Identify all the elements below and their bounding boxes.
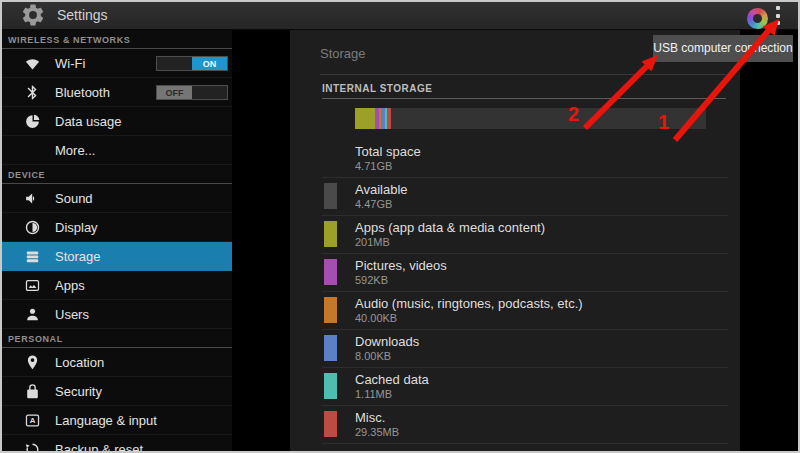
app-bar: Settings [0, 0, 800, 30]
android-settings-screen: Settings WIRELESS & NETWORKS Wi-Fi ON Bl… [0, 0, 800, 453]
sidebar-item-label: Location [55, 355, 104, 370]
panel-title: Storage [320, 46, 366, 61]
bar-segment-misc [387, 108, 391, 129]
sidebar-item-more[interactable]: More... [0, 136, 232, 165]
sidebar-item-sound[interactable]: Sound [0, 184, 232, 213]
bluetooth-icon [24, 84, 41, 101]
toggle-track [192, 86, 227, 99]
sidebar-item-label: Wi-Fi [55, 56, 85, 71]
sidebar-item-users[interactable]: Users [0, 300, 232, 329]
sidebar-item-location[interactable]: Location [0, 348, 232, 377]
swatch [324, 259, 337, 285]
row-value: 40.00KB [355, 312, 728, 324]
usb-computer-connection-menu-item[interactable]: USB computer connection [653, 35, 793, 62]
display-icon [24, 219, 41, 236]
sidebar-item-language-input[interactable]: A Language & input [0, 406, 232, 435]
row-value: 29.35MB [355, 426, 728, 438]
row-available: Available 4.47GB [322, 178, 728, 216]
lock-icon [24, 383, 41, 400]
row-apps[interactable]: Apps (app data & media content) 201MB [322, 216, 728, 254]
overflow-menu-icon[interactable] [774, 6, 782, 25]
row-label: Cached data [355, 372, 728, 387]
sidebar-item-display[interactable]: Display [0, 213, 232, 242]
row-value: 4.47GB [355, 198, 728, 210]
swatch [324, 335, 337, 361]
wifi-icon [24, 55, 41, 72]
sound-icon [24, 190, 41, 207]
storage-panel: Storage INTERNAL STORAGE Total space 4.7… [290, 30, 740, 453]
svg-text:A: A [30, 416, 36, 425]
sidebar-item-backup-reset[interactable]: Backup & reset [0, 435, 232, 453]
row-cached-data[interactable]: Cached data 1.11MB [322, 368, 728, 406]
storage-row-list: Total space 4.71GB Available 4.47GB Apps… [290, 140, 740, 444]
section-wireless-networks: WIRELESS & NETWORKS [0, 30, 232, 49]
sidebar-item-label: Backup & reset [55, 442, 143, 453]
row-value: 1.11MB [355, 388, 728, 400]
sidebar-item-label: Data usage [55, 114, 122, 129]
sidebar-item-storage[interactable]: Storage [0, 242, 232, 271]
section-personal: PERSONAL [0, 329, 232, 348]
storage-usage-bar [355, 108, 706, 129]
sidebar-item-security[interactable]: Security [0, 377, 232, 406]
sidebar-item-label: Apps [55, 278, 85, 293]
row-label: Audio (music, ringtones, podcasts, etc.) [355, 296, 728, 311]
sidebar-item-label: Users [55, 307, 89, 322]
wifi-toggle[interactable]: ON [156, 56, 228, 71]
row-label: Available [355, 182, 728, 197]
row-value: 4.71GB [355, 160, 728, 172]
sidebar-item-label: Sound [55, 191, 93, 206]
row-label: Pictures, videos [355, 258, 728, 273]
sidebar-item-wifi[interactable]: Wi-Fi ON [0, 49, 232, 78]
sidebar-item-apps[interactable]: Apps [0, 271, 232, 300]
color-wheel-icon[interactable] [747, 8, 768, 29]
data-usage-icon [24, 113, 41, 130]
toggle-track [157, 57, 192, 70]
row-label: Total space [355, 144, 728, 159]
row-total-space: Total space 4.71GB [322, 140, 728, 178]
backup-reset-icon [24, 441, 41, 453]
row-audio[interactable]: Audio (music, ringtones, podcasts, etc.)… [322, 292, 728, 330]
app-title: Settings [57, 0, 108, 30]
row-value: 592KB [355, 274, 728, 286]
swatch [324, 183, 337, 209]
settings-sidebar: WIRELESS & NETWORKS Wi-Fi ON Bluetooth O… [0, 30, 232, 453]
sidebar-item-label: More... [55, 143, 95, 158]
sidebar-item-label: Security [55, 384, 102, 399]
users-icon [24, 306, 41, 323]
language-icon: A [24, 412, 41, 429]
row-label: Downloads [355, 334, 728, 349]
sidebar-item-label: Storage [55, 249, 101, 264]
internal-storage-header: INTERNAL STORAGE [322, 83, 432, 94]
row-label: Apps (app data & media content) [355, 220, 728, 235]
row-value: 8.00KB [355, 350, 728, 362]
divider [320, 74, 726, 75]
sidebar-item-bluetooth[interactable]: Bluetooth OFF [0, 78, 232, 107]
row-pictures-videos[interactable]: Pictures, videos 592KB [322, 254, 728, 292]
sidebar-item-label: Display [55, 220, 98, 235]
apps-icon [24, 277, 41, 294]
bar-segment-apps [355, 108, 375, 129]
swatch [324, 373, 337, 399]
swatch [324, 221, 337, 247]
row-misc[interactable]: Misc. 29.35MB [322, 406, 728, 444]
sidebar-item-data-usage[interactable]: Data usage [0, 107, 232, 136]
toggle-state-label: OFF [157, 86, 192, 99]
swatch [324, 297, 337, 323]
row-downloads[interactable]: Downloads 8.00KB [322, 330, 728, 368]
toggle-state-label: ON [192, 57, 227, 70]
row-value: 201MB [355, 236, 728, 248]
sidebar-item-label: Bluetooth [55, 85, 110, 100]
swatch [324, 411, 337, 437]
storage-icon [24, 248, 41, 265]
location-pin-icon [24, 354, 41, 371]
bluetooth-toggle[interactable]: OFF [156, 85, 228, 100]
sidebar-item-label: Language & input [55, 413, 157, 428]
settings-gear-icon [20, 2, 46, 28]
row-label: Misc. [355, 410, 728, 425]
divider [322, 98, 726, 99]
section-device: DEVICE [0, 165, 232, 184]
